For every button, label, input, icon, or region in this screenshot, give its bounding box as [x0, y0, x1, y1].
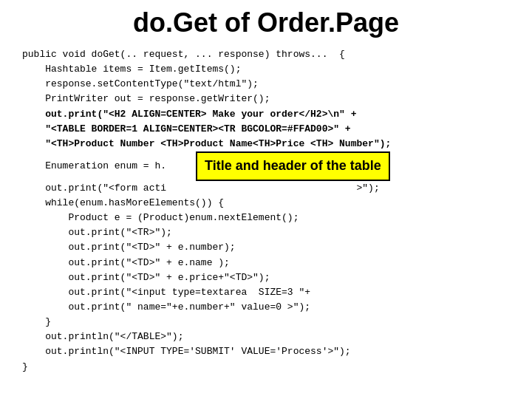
code-line-18: } [22, 315, 510, 330]
code-line-3: response.setContentType("text/html"); [22, 77, 510, 92]
code-line-6: "<TABLE BORDER=1 ALIGN=CENTER><TR BGCOLO… [22, 122, 510, 137]
code-line-11: Product e = (Product)enum.nextElement(); [22, 211, 510, 225]
code-line-1: public void doGet(.. request, ... respon… [22, 47, 510, 62]
code-line-19: out.println("</TABLE>"); [22, 330, 510, 344]
annotation-line: Enumeration enum = h.Title and header of… [22, 151, 510, 181]
slide-container: do.Get of Order.Page public void doGet(.… [0, 0, 532, 399]
annotation-box: Title and header of the table [196, 151, 390, 181]
code-line-7: "<TH>Product Number <TH>Product Name<TH>… [22, 137, 510, 151]
code-block: public void doGet(.. request, ... respon… [15, 47, 517, 375]
code-line-17: out.print(" name="+e.number+" value=0 >"… [22, 300, 510, 315]
code-line-16: out.print("<input type=textarea SIZE=3 "… [22, 285, 510, 300]
code-line-4: PrintWriter out = response.getWriter(); [22, 92, 510, 106]
code-line-9: out.print("<form acti >"); [22, 181, 510, 196]
code-line-21: } [22, 360, 510, 375]
code-line-2: Hashtable items = Item.getItems(); [22, 62, 510, 77]
code-line-20: out.println("<INPUT TYPE='SUBMIT' VALUE=… [22, 344, 510, 359]
code-line-14: out.print("<TD>" + e.name ); [22, 256, 510, 270]
code-line-15: out.print("<TD>" + e.price+"<TD>"); [22, 270, 510, 285]
code-line-12: out.print("<TR>"); [22, 225, 510, 240]
code-line-13: out.print("<TD>" + e.number); [22, 240, 510, 255]
slide-title: do.Get of Order.Page [133, 7, 399, 38]
code-line-5: out.print("<H2 ALIGN=CENTER> Make your o… [22, 107, 510, 122]
code-line-10: while(enum.hasMoreElements()) { [22, 196, 510, 211]
code-line-8-prefix: Enumeration enum = h. [22, 159, 166, 174]
